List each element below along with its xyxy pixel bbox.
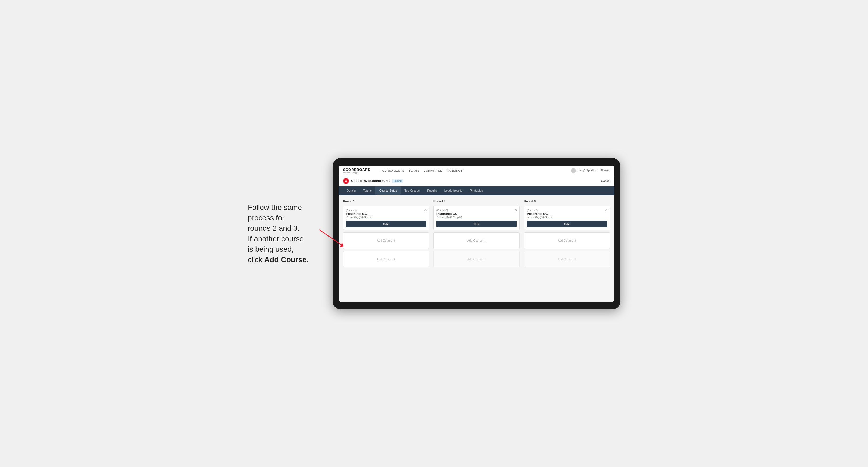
round-3-add-course-button[interactable]: Add Course + bbox=[524, 232, 610, 249]
round-1-course-tag: (Course A) bbox=[346, 209, 426, 212]
tournament-type: (Men) bbox=[382, 179, 390, 183]
tab-results[interactable]: Results bbox=[423, 186, 441, 195]
round-2-course-card: (Course A) Peachtree GC Yellow (M) (6629… bbox=[433, 206, 520, 230]
page-wrapper: Follow the same process for rounds 2 and… bbox=[248, 158, 620, 309]
nav-links: TOURNAMENTS TEAMS COMMITTEE RANKINGS bbox=[380, 169, 566, 172]
round-1-extra-label: Add Course bbox=[377, 257, 392, 261]
tab-printables[interactable]: Printables bbox=[466, 186, 487, 195]
round-2-delete-button[interactable]: ✕ bbox=[514, 208, 518, 212]
sub-header: C Clippd Invitational (Men) Hosting Canc… bbox=[339, 176, 614, 186]
round-3-edit-button[interactable]: Edit bbox=[527, 221, 607, 227]
round-3-delete-button[interactable]: ✕ bbox=[605, 208, 608, 212]
tab-course-setup[interactable]: Course Setup bbox=[375, 186, 401, 195]
nav-separator: | bbox=[598, 169, 598, 172]
round-2-edit-button[interactable]: Edit bbox=[436, 221, 517, 227]
round-2-column: Round 2 (Course A) Peachtree GC Yellow (… bbox=[433, 199, 520, 268]
round-3-course-details: Yellow (M) (6629 yds) bbox=[527, 216, 607, 219]
round-3-label: Round 3 bbox=[524, 199, 610, 203]
round-1-extra-plus-icon: + bbox=[393, 257, 395, 261]
round-1-column: Round 1 (Course A) Peachtree GC Yellow (… bbox=[343, 199, 429, 268]
nav-teams[interactable]: TEAMS bbox=[408, 169, 419, 172]
instruction-line5: is being used, bbox=[248, 245, 294, 253]
tab-leaderboards[interactable]: Leaderboards bbox=[441, 186, 466, 195]
round-1-label: Round 1 bbox=[343, 199, 429, 203]
logo-scoreboard: SCOREBOARD bbox=[343, 168, 371, 172]
round-2-add-course-button[interactable]: Add Course + bbox=[433, 232, 520, 249]
tabs-bar: Details Teams Course Setup Tee Groups Re… bbox=[339, 186, 614, 195]
user-avatar bbox=[571, 168, 576, 173]
instruction-text: Follow the same process for rounds 2 and… bbox=[248, 202, 322, 265]
round-2-add-course-label: Add Course bbox=[467, 239, 483, 242]
round-2-extra-slot[interactable]: Add Course + bbox=[433, 251, 520, 268]
round-1-course-card: (Course A) Peachtree GC Yellow (M) (6629… bbox=[343, 206, 429, 230]
tab-tee-groups[interactable]: Tee Groups bbox=[401, 186, 423, 195]
logo-area: SCOREBOARD Powered by clippd bbox=[343, 168, 371, 174]
instruction-line3: rounds 2 and 3. bbox=[248, 224, 300, 232]
round-2-course-details: Yellow (M) (6629 yds) bbox=[436, 216, 517, 219]
nav-right: blair@clippd.io | Sign out bbox=[571, 168, 610, 173]
round-1-plus-icon: + bbox=[393, 239, 395, 243]
round-3-extra-slot[interactable]: Add Course + bbox=[524, 251, 610, 268]
round-2-plus-icon: + bbox=[484, 239, 486, 243]
round-3-course-card-wrapper: (Course A) Peachtree GC Yellow (M) (6629… bbox=[524, 206, 610, 230]
round-3-extra-plus-icon: + bbox=[574, 257, 576, 261]
round-1-edit-button[interactable]: Edit bbox=[346, 221, 426, 227]
instruction-bold: Add Course. bbox=[264, 255, 308, 264]
tournament-name: Clippd Invitational bbox=[351, 179, 381, 183]
cancel-button[interactable]: Cancel bbox=[601, 179, 610, 183]
top-nav: SCOREBOARD Powered by clippd TOURNAMENTS… bbox=[339, 165, 614, 176]
round-1-add-course-label: Add Course bbox=[377, 239, 392, 242]
round-2-extra-plus-icon: + bbox=[484, 257, 486, 261]
tablet-screen: SCOREBOARD Powered by clippd TOURNAMENTS… bbox=[339, 165, 614, 302]
round-1-delete-button[interactable]: ✕ bbox=[424, 208, 427, 212]
round-2-label: Round 2 bbox=[433, 199, 520, 203]
round-1-course-name: Peachtree GC bbox=[346, 212, 426, 216]
tab-teams[interactable]: Teams bbox=[360, 186, 375, 195]
round-1-course-card-wrapper: (Course A) Peachtree GC Yellow (M) (6629… bbox=[343, 206, 429, 230]
nav-tournaments[interactable]: TOURNAMENTS bbox=[380, 169, 404, 172]
round-1-extra-slot[interactable]: Add Course + bbox=[343, 251, 429, 268]
round-3-course-tag: (Course A) bbox=[527, 209, 607, 212]
round-1-course-details: Yellow (M) (6629 yds) bbox=[346, 216, 426, 219]
round-3-extra-label: Add Course bbox=[558, 257, 573, 261]
tab-details[interactable]: Details bbox=[343, 186, 360, 195]
instruction-line6: click bbox=[248, 255, 264, 264]
round-3-course-card: (Course A) Peachtree GC Yellow (M) (6629… bbox=[524, 206, 610, 230]
round-2-course-tag: (Course A) bbox=[436, 209, 517, 212]
round-2-course-card-wrapper: (Course A) Peachtree GC Yellow (M) (6629… bbox=[433, 206, 520, 230]
nav-committee[interactable]: COMMITTEE bbox=[424, 169, 442, 172]
tournament-logo: C bbox=[343, 178, 349, 184]
main-content: Round 1 (Course A) Peachtree GC Yellow (… bbox=[339, 195, 614, 302]
nav-rankings[interactable]: RANKINGS bbox=[446, 169, 463, 172]
instruction-line1: Follow the same bbox=[248, 203, 302, 212]
tablet-frame: SCOREBOARD Powered by clippd TOURNAMENTS… bbox=[333, 158, 620, 309]
svg-line-0 bbox=[319, 230, 341, 245]
rounds-grid: Round 1 (Course A) Peachtree GC Yellow (… bbox=[343, 199, 610, 268]
instruction-line4: If another course bbox=[248, 235, 304, 243]
sign-out-link[interactable]: Sign out bbox=[600, 169, 610, 172]
hosting-badge: Hosting bbox=[392, 179, 403, 183]
round-3-course-name: Peachtree GC bbox=[527, 212, 607, 216]
user-email: blair@clippd.io bbox=[578, 169, 595, 172]
round-3-add-course-label: Add Course bbox=[558, 239, 573, 242]
round-1-add-course-button[interactable]: Add Course + bbox=[343, 232, 429, 249]
logo-sub: Powered by clippd bbox=[343, 172, 371, 174]
round-3-column: Round 3 (Course A) Peachtree GC Yellow (… bbox=[524, 199, 610, 268]
instruction-line2: process for bbox=[248, 214, 285, 222]
round-3-plus-icon: + bbox=[574, 239, 576, 243]
round-2-extra-label: Add Course bbox=[467, 257, 483, 261]
round-2-course-name: Peachtree GC bbox=[436, 212, 517, 216]
